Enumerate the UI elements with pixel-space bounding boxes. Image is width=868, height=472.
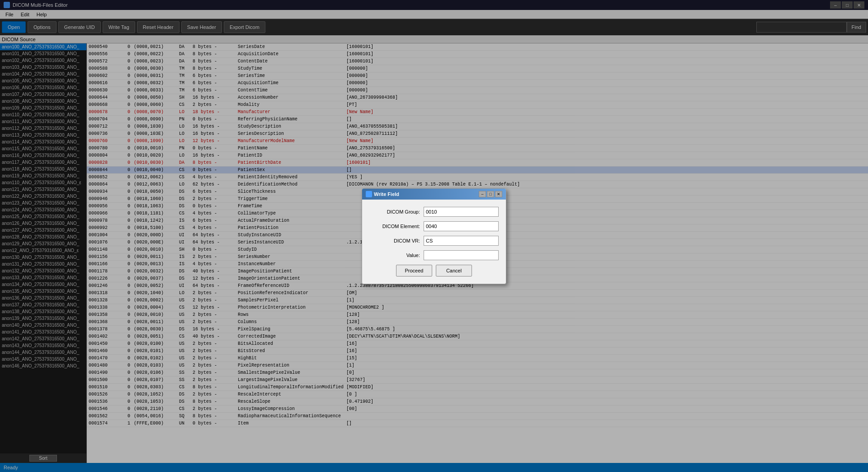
dicom-element-input[interactable] (424, 221, 499, 231)
modal-overlay: Write Field – □ ✕ DICOM Group: DICOM Ele… (0, 0, 868, 472)
dicom-vr-label: DICOM VR: (369, 238, 424, 243)
value-input[interactable] (424, 250, 499, 260)
modal-close-button[interactable]: ✕ (495, 191, 502, 197)
dicom-group-input[interactable] (424, 207, 499, 217)
proceed-button[interactable]: Proceed (396, 265, 432, 277)
dicom-element-field: DICOM Element: (369, 221, 499, 231)
modal-minimize-button[interactable]: – (479, 191, 486, 197)
cancel-button[interactable]: Cancel (436, 265, 472, 277)
dicom-element-label: DICOM Element: (369, 224, 424, 229)
modal-title-bar: Write Field – □ ✕ (362, 189, 506, 200)
dicom-group-label: DICOM Group: (369, 209, 424, 215)
modal-title: Write Field (374, 191, 399, 197)
modal-maximize-button[interactable]: □ (487, 191, 494, 197)
dicom-vr-input[interactable] (424, 236, 499, 246)
modal-title-icon (366, 191, 372, 197)
value-label: Value: (369, 253, 424, 258)
dicom-vr-field: DICOM VR: (369, 236, 499, 246)
write-field-dialog: Write Field – □ ✕ DICOM Group: DICOM Ele… (362, 188, 506, 284)
value-field: Value: (369, 250, 499, 260)
dicom-group-field: DICOM Group: (369, 207, 499, 217)
